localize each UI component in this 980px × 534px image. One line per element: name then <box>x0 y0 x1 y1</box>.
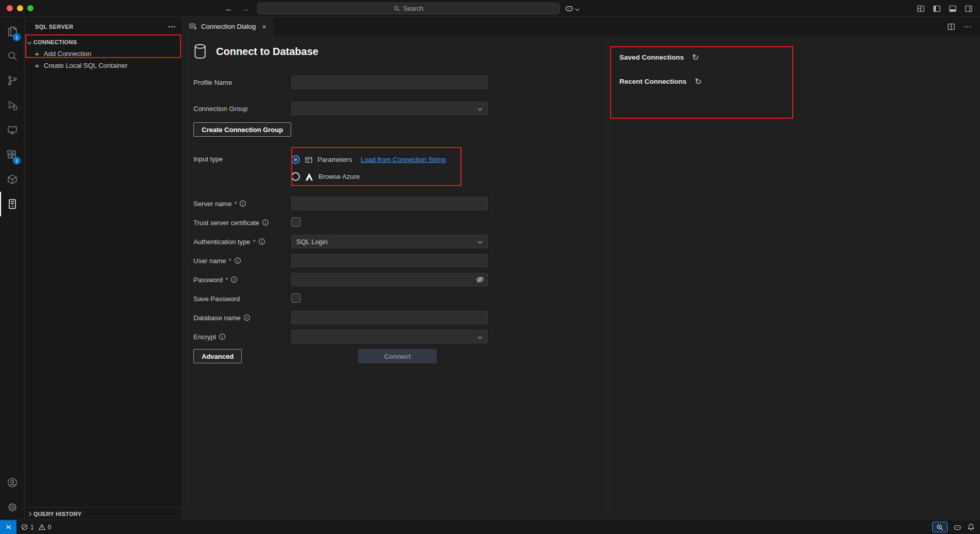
errors-icon <box>21 524 28 530</box>
browse-azure-radio[interactable] <box>291 172 300 181</box>
chevron-down-icon <box>478 335 482 339</box>
forward-icon[interactable]: → <box>241 4 250 13</box>
add-connection-item[interactable]: + Add Connection <box>25 48 182 60</box>
titlebar: ← → Search <box>0 0 980 17</box>
split-editor-icon[interactable] <box>947 23 955 31</box>
warning-count: 0 <box>48 524 51 531</box>
parameters-radio[interactable] <box>291 155 300 164</box>
minimize-window-button[interactable] <box>17 5 23 11</box>
remote-indicator[interactable] <box>0 520 16 534</box>
tab-bar: Connection Dialog × ⋯ <box>183 17 980 36</box>
info-icon[interactable] <box>262 219 269 226</box>
info-icon[interactable] <box>230 276 238 283</box>
connections-section-label: CONNECTIONS <box>33 39 77 45</box>
command-search-box[interactable]: Search <box>257 3 560 14</box>
accounts-icon[interactable] <box>0 470 24 495</box>
copilot-menu[interactable] <box>565 0 579 17</box>
password-input[interactable] <box>291 273 488 286</box>
customize-layout-icon[interactable] <box>917 5 925 13</box>
load-from-connection-string-link[interactable]: Load from Connection String <box>361 156 446 163</box>
create-connection-group-button[interactable]: Create Connection Group <box>193 122 291 137</box>
toggle-password-visibility-icon[interactable] <box>476 275 484 284</box>
close-window-button[interactable] <box>7 5 13 11</box>
close-icon[interactable]: × <box>262 22 266 31</box>
window-controls <box>7 5 33 11</box>
encrypt-dropdown[interactable] <box>291 330 488 343</box>
error-count: 1 <box>30 524 34 531</box>
zoom-indicator[interactable] <box>932 522 948 532</box>
trust-cert-label: Trust server certificate <box>193 219 259 227</box>
activity-bar: 1 1 <box>0 17 25 520</box>
toggle-panel-icon[interactable] <box>949 5 957 13</box>
copilot-status-icon[interactable] <box>953 523 961 531</box>
info-icon[interactable] <box>219 333 226 340</box>
add-connection-label: Add Connection <box>44 50 92 58</box>
profile-name-input[interactable] <box>291 76 488 89</box>
tab-connection-dialog[interactable]: Connection Dialog × <box>183 17 273 36</box>
search-icon <box>394 5 400 12</box>
server-name-input[interactable] <box>291 197 488 210</box>
user-name-label: User name <box>193 257 226 265</box>
connection-group-label: Connection Group <box>193 105 291 113</box>
page-title: Connect to Database <box>216 46 318 58</box>
toggle-primary-sidebar-icon[interactable] <box>933 5 941 13</box>
refresh-icon[interactable]: ↻ <box>695 77 702 86</box>
chevron-down-icon <box>575 6 579 10</box>
chevron-down-icon <box>27 40 31 44</box>
chevron-down-icon <box>478 106 482 111</box>
back-icon[interactable]: ← <box>225 4 233 13</box>
info-icon[interactable] <box>243 314 251 321</box>
parameters-radio-label: Parameters <box>317 156 352 163</box>
profile-name-label: Profile Name <box>193 79 291 86</box>
sidebar-more-icon[interactable]: ⋯ <box>168 22 176 31</box>
connection-dialog-tab-icon <box>189 23 197 31</box>
search-label: Search <box>403 5 424 12</box>
database-name-input[interactable] <box>291 311 488 324</box>
explorer-icon[interactable]: 1 <box>0 19 24 44</box>
toggle-secondary-sidebar-icon[interactable] <box>965 5 973 13</box>
recent-connections-label: Recent Connections <box>619 78 687 85</box>
settings-gear-icon[interactable] <box>0 495 24 520</box>
tab-label: Connection Dialog <box>201 23 256 30</box>
connections-section-header[interactable]: CONNECTIONS <box>25 36 182 48</box>
input-type-label: Input type <box>193 155 291 163</box>
problems-indicator[interactable]: 1 0 <box>16 524 53 531</box>
search-view-icon[interactable] <box>0 44 24 68</box>
notifications-bell-icon[interactable] <box>967 523 975 531</box>
query-history-section-header[interactable]: QUERY HISTORY <box>25 507 182 520</box>
connection-group-dropdown[interactable] <box>291 102 488 115</box>
browse-azure-radio-label: Browse Azure <box>318 173 360 180</box>
refresh-icon[interactable]: ↻ <box>692 52 699 62</box>
containers-icon[interactable] <box>0 167 24 192</box>
source-control-icon[interactable] <box>0 68 24 93</box>
required-marker: * <box>229 257 231 265</box>
auth-type-value: SQL Login <box>296 238 328 246</box>
save-password-label: Save Password <box>193 295 291 303</box>
info-icon[interactable] <box>234 257 241 264</box>
trust-cert-checkbox[interactable] <box>291 217 300 227</box>
sql-server-view-icon[interactable] <box>0 192 24 216</box>
database-name-label: Database name <box>193 314 241 322</box>
sidebar: SQL SERVER ⋯ CONNECTIONS + Add Connectio… <box>25 17 183 520</box>
auth-type-dropdown[interactable]: SQL Login <box>291 235 488 248</box>
connection-dialog-form: Connect to Database Profile Name Connect… <box>183 36 608 520</box>
chevron-right-icon <box>27 511 31 515</box>
sidebar-title: SQL SERVER <box>35 24 74 30</box>
run-debug-icon[interactable] <box>0 93 24 118</box>
saved-connections-label: Saved Connections <box>619 53 684 61</box>
save-password-checkbox[interactable] <box>291 293 300 303</box>
connect-button[interactable]: Connect <box>358 349 437 363</box>
info-icon[interactable] <box>258 238 265 245</box>
editor-more-icon[interactable]: ⋯ <box>964 22 972 31</box>
extensions-icon[interactable]: 1 <box>0 142 24 167</box>
info-icon[interactable] <box>239 200 246 207</box>
query-history-label: QUERY HISTORY <box>33 511 82 517</box>
auth-type-label: Authentication type <box>193 238 251 246</box>
create-local-sql-container-item[interactable]: + Create Local SQL Container <box>25 60 182 71</box>
maximize-window-button[interactable] <box>27 5 33 11</box>
user-name-input[interactable] <box>291 254 488 267</box>
advanced-button[interactable]: Advanced <box>193 349 242 363</box>
database-icon <box>193 44 207 59</box>
remote-explorer-icon[interactable] <box>0 118 24 142</box>
parameters-icon <box>305 156 313 164</box>
